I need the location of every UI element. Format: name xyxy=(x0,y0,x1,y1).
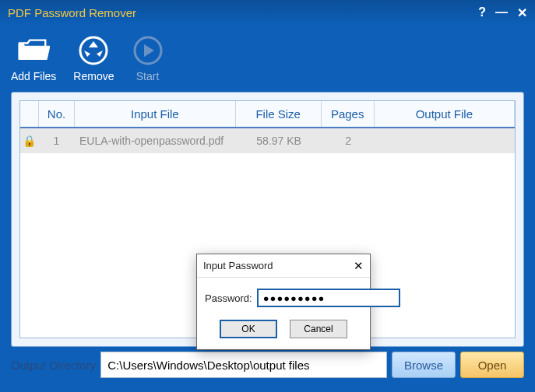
lock-icon: 🔒 xyxy=(23,135,36,147)
no-cell: 1 xyxy=(39,128,75,153)
add-files-button[interactable]: Add Files xyxy=(11,34,56,82)
col-no-header[interactable]: No. xyxy=(39,101,75,127)
add-files-label: Add Files xyxy=(11,70,56,82)
recycle-icon xyxy=(77,34,110,67)
password-label: Password: xyxy=(205,292,252,304)
col-input-header[interactable]: Input File xyxy=(75,101,236,127)
output-row: Output Directory Browse Open xyxy=(11,352,524,378)
table-header: No. Input File File Size Pages Output Fi… xyxy=(20,101,515,128)
col-pages-header[interactable]: Pages xyxy=(322,101,375,127)
dialog-buttons: OK Cancel xyxy=(197,312,370,349)
remove-button[interactable]: Remove xyxy=(73,34,114,82)
col-output-header[interactable]: Output File xyxy=(375,101,515,127)
folder-open-icon xyxy=(17,34,50,67)
output-file-cell xyxy=(375,128,515,153)
close-button[interactable]: ✕ xyxy=(517,5,527,20)
window-title: PDF Password Remover xyxy=(8,6,478,19)
password-dialog: Input Password ✕ Password: OK Cancel xyxy=(196,254,371,350)
play-icon xyxy=(132,34,164,67)
ok-button[interactable]: OK xyxy=(220,320,277,338)
remove-label: Remove xyxy=(73,70,114,82)
file-size-cell: 58.97 KB xyxy=(237,128,322,153)
lock-cell: 🔒 xyxy=(20,128,39,153)
browse-button[interactable]: Browse xyxy=(392,352,456,378)
help-button[interactable]: ? xyxy=(478,5,486,20)
dialog-titlebar: Input Password ✕ xyxy=(197,254,370,278)
output-directory-label: Output Directory xyxy=(11,359,96,372)
dialog-title: Input Password xyxy=(203,260,354,271)
start-label: Start xyxy=(136,70,160,82)
file-table: No. Input File File Size Pages Output Fi… xyxy=(19,100,516,338)
password-input[interactable] xyxy=(257,289,400,307)
dialog-body: Password: xyxy=(197,278,370,312)
open-button[interactable]: Open xyxy=(460,352,524,378)
input-file-cell: EULA-with-openpassword.pdf xyxy=(75,128,237,153)
main-window: PDF Password Remover ? — ✕ Add Files Rem… xyxy=(0,0,535,392)
start-button[interactable]: Start xyxy=(132,34,164,82)
output-directory-input[interactable] xyxy=(100,352,387,378)
content-panel: No. Input File File Size Pages Output Fi… xyxy=(11,92,524,347)
minimize-button[interactable]: — xyxy=(495,5,508,20)
toolbar: Add Files Remove Start xyxy=(0,25,535,92)
col-size-header[interactable]: File Size xyxy=(236,101,322,127)
pages-cell: 2 xyxy=(322,128,375,153)
titlebar: PDF Password Remover ? — ✕ xyxy=(0,0,535,25)
dialog-close-button[interactable]: ✕ xyxy=(354,259,364,273)
col-lock-header xyxy=(20,101,39,127)
table-row[interactable]: 🔒 1 EULA-with-openpassword.pdf 58.97 KB … xyxy=(20,128,515,153)
window-controls: ? — ✕ xyxy=(478,5,527,20)
cancel-button[interactable]: Cancel xyxy=(290,320,347,338)
